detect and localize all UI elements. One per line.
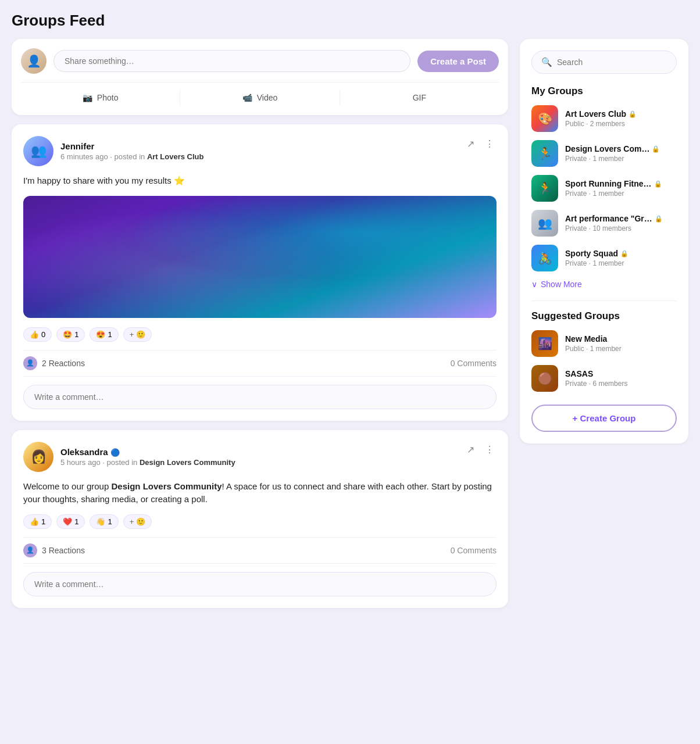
- reactions-row-1: 👍 0 🤩 1 😍 1 + 🙂: [23, 327, 497, 342]
- show-more-button[interactable]: ∨ Show More: [531, 280, 677, 289]
- post-image-1: [23, 196, 497, 318]
- video-icon: 📹: [242, 93, 252, 102]
- reactions-count-1: 👤 2 Reactions: [23, 356, 85, 370]
- current-user-avatar: 👤: [21, 48, 47, 74]
- search-input[interactable]: [557, 58, 667, 67]
- group-name-art-lovers: Art Lovers Club 🔒: [565, 109, 677, 119]
- group-thumb-sport-running: 🏃: [531, 175, 558, 202]
- group-thumb-sporty-squad: 🚴: [531, 245, 558, 271]
- group-item-sport-running[interactable]: 🏃 Sport Running Fitne… 🔒 Private · 1 mem…: [531, 175, 677, 202]
- layout: 👤 Create a Post 📷 Photo 📹 Video GIF: [12, 39, 688, 608]
- reaction-hearteyes-1[interactable]: 😍 1: [90, 327, 118, 342]
- reaction-thumbsup-1[interactable]: 👍 0: [23, 327, 52, 342]
- post-header-2: 👩 Oleksandra 🔵 5 hours ago · posted in: [23, 442, 497, 472]
- group-thumb-art-performance: 👥: [531, 210, 558, 237]
- post-card-1: 👥 Jennifer 6 minutes ago · posted in Art…: [12, 124, 508, 421]
- group-item-art-performance[interactable]: 👥 Art performance "Gr… 🔒 Private · 10 me…: [531, 210, 677, 237]
- post-meta-1: 6 minutes ago · posted in Art Lovers Clu…: [60, 152, 203, 161]
- create-post-card: 👤 Create a Post 📷 Photo 📹 Video GIF: [12, 39, 508, 115]
- create-group-button[interactable]: + Create Group: [531, 405, 677, 432]
- reactions-avatar-2: 👤: [23, 543, 37, 557]
- create-post-button[interactable]: Create a Post: [417, 51, 499, 72]
- video-label: Video: [257, 93, 278, 102]
- group-meta-sport-running: Private · 1 member: [565, 189, 677, 198]
- group-name-design-lovers: Design Lovers Com… 🔒: [565, 144, 677, 153]
- group-thumb-new-media: 🌆: [531, 330, 558, 357]
- gif-action[interactable]: GIF: [340, 90, 499, 106]
- group-name-new-media: New Media: [565, 334, 677, 344]
- reactions-count-2: 👤 3 Reactions: [23, 543, 85, 557]
- group-item-sasas[interactable]: 🟤 SASAS Private · 6 members: [531, 365, 677, 392]
- group-name-sasas: SASAS: [565, 369, 677, 378]
- post-meta-2: 5 hours ago · posted in Design Lovers Co…: [60, 458, 235, 467]
- author-name-2: Oleksandra 🔵: [60, 447, 235, 457]
- main-column: 👤 Create a Post 📷 Photo 📹 Video GIF: [12, 39, 508, 608]
- comments-count-1: 0 Comments: [451, 359, 497, 368]
- group-thumb-design-lovers: 🏃: [531, 140, 558, 167]
- group-thumb-sasas: 🟤: [531, 365, 558, 392]
- group-item-sporty-squad[interactable]: 🚴 Sporty Squad 🔒 Private · 1 member: [531, 245, 677, 271]
- group-item-new-media[interactable]: 🌆 New Media Public · 1 member: [531, 330, 677, 357]
- post-actions-right-1: ↗ ⋮: [465, 136, 497, 152]
- group-name-sporty-squad: Sporty Squad 🔒: [565, 249, 677, 258]
- group-item-design-lovers[interactable]: 🏃 Design Lovers Com… 🔒 Private · 1 membe…: [531, 140, 677, 167]
- group-item-art-lovers[interactable]: 🎨 Art Lovers Club 🔒 Public · 2 members: [531, 105, 677, 132]
- group-meta-sasas: Private · 6 members: [565, 380, 677, 388]
- post-header-1: 👥 Jennifer 6 minutes ago · posted in Art…: [23, 136, 497, 166]
- comment-input-2[interactable]: [23, 572, 497, 596]
- lock-icon-sporty-squad: 🔒: [620, 250, 628, 257]
- post-group-link-1[interactable]: Art Lovers Club: [147, 152, 204, 161]
- group-name-sport-running: Sport Running Fitne… 🔒: [565, 179, 677, 188]
- group-name-art-performance: Art performance "Gr… 🔒: [565, 214, 677, 223]
- group-meta-sporty-squad: Private · 1 member: [565, 259, 677, 267]
- post-stats-1: 👤 2 Reactions 0 Comments: [23, 350, 497, 377]
- post-author-1: 👥 Jennifer 6 minutes ago · posted in Art…: [23, 136, 203, 166]
- share-input[interactable]: [53, 50, 410, 72]
- my-groups-title: My Groups: [531, 85, 677, 97]
- lock-icon-sport-running: 🔒: [654, 180, 662, 188]
- group-thumb-art-lovers: 🎨: [531, 105, 558, 132]
- photo-label: Photo: [97, 93, 119, 102]
- post-stats-2: 👤 3 Reactions 0 Comments: [23, 537, 497, 564]
- reaction-wave-2[interactable]: 👋 1: [90, 514, 118, 529]
- author-name-1: Jennifer: [60, 141, 203, 151]
- post-text-2: Welcome to our group Design Lovers Commu…: [23, 480, 497, 506]
- create-post-top: 👤 Create a Post: [21, 48, 499, 74]
- post-card-2: 👩 Oleksandra 🔵 5 hours ago · posted in: [12, 430, 508, 608]
- lock-icon-art-lovers: 🔒: [628, 110, 637, 118]
- reaction-thumbsup-2[interactable]: 👍 1: [23, 514, 52, 529]
- suggested-groups-title: Suggested Groups: [531, 310, 677, 322]
- author-avatar-2: 👩: [23, 442, 53, 472]
- post-group-link-2[interactable]: Design Lovers Community: [140, 458, 235, 467]
- group-meta-art-lovers: Public · 2 members: [565, 120, 677, 128]
- chevron-down-icon: ∨: [531, 280, 537, 289]
- reaction-heart-2[interactable]: ❤️ 1: [56, 514, 85, 529]
- verified-icon-2: 🔵: [110, 448, 120, 457]
- post-actions-right-2: ↗ ⋮: [465, 442, 497, 457]
- post-author-2: 👩 Oleksandra 🔵 5 hours ago · posted in: [23, 442, 235, 472]
- search-icon: 🔍: [541, 57, 552, 67]
- sidebar-card: 🔍 My Groups 🎨 Art Lovers Club 🔒 Public: [520, 39, 688, 443]
- sidebar: 🔍 My Groups 🎨 Art Lovers Club 🔒 Public: [520, 39, 688, 443]
- group-meta-art-performance: Private · 10 members: [565, 224, 677, 233]
- photo-action[interactable]: 📷 Photo: [21, 90, 180, 106]
- more-button-1[interactable]: ⋮: [483, 136, 497, 152]
- share-button-1[interactable]: ↗: [465, 136, 477, 152]
- group-meta-new-media: Public · 1 member: [565, 345, 677, 353]
- add-reaction-2[interactable]: + 🙂: [123, 514, 152, 529]
- comment-input-1[interactable]: [23, 385, 497, 409]
- group-meta-design-lovers: Private · 1 member: [565, 155, 677, 163]
- share-button-2[interactable]: ↗: [465, 442, 477, 457]
- reactions-avatar-1: 👤: [23, 356, 37, 370]
- lock-icon-design-lovers: 🔒: [652, 145, 660, 153]
- add-reaction-1[interactable]: + 🙂: [123, 327, 152, 342]
- reaction-starstruck-1[interactable]: 🤩 1: [56, 327, 85, 342]
- divider: [531, 301, 677, 301]
- photo-icon: 📷: [83, 93, 92, 102]
- author-avatar-1: 👥: [23, 136, 53, 166]
- video-action[interactable]: 📹 Video: [180, 90, 340, 106]
- more-button-2[interactable]: ⋮: [483, 442, 497, 457]
- page-title: Groups Feed: [12, 12, 688, 30]
- post-text-1: I'm happy to share with you my results ⭐: [23, 174, 497, 188]
- reactions-row-2: 👍 1 ❤️ 1 👋 1 + 🙂: [23, 514, 497, 529]
